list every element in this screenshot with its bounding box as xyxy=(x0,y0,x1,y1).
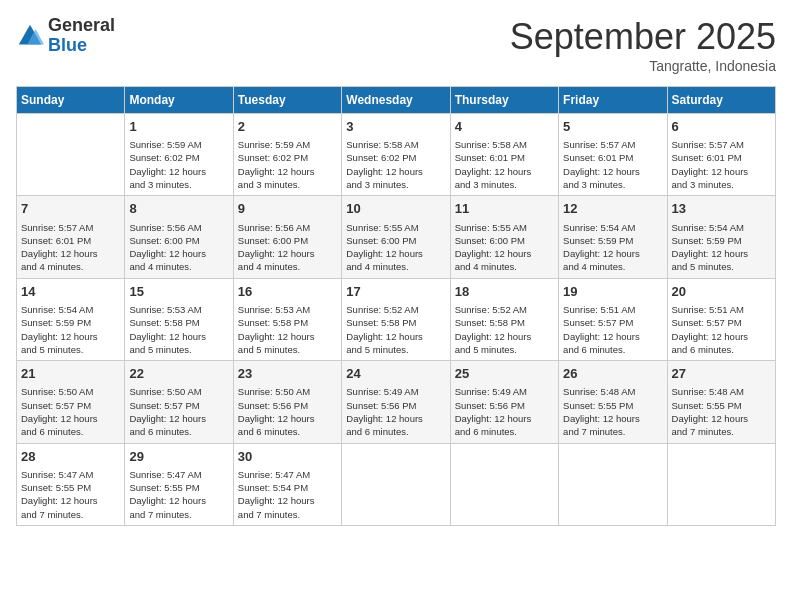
day-info: Sunrise: 5:48 AM Sunset: 5:55 PM Dayligh… xyxy=(672,385,771,438)
day-number: 21 xyxy=(21,365,120,383)
day-info: Sunrise: 5:50 AM Sunset: 5:57 PM Dayligh… xyxy=(129,385,228,438)
day-number: 18 xyxy=(455,283,554,301)
calendar-cell: 14Sunrise: 5:54 AM Sunset: 5:59 PM Dayli… xyxy=(17,278,125,360)
day-header-thursday: Thursday xyxy=(450,87,558,114)
day-number: 26 xyxy=(563,365,662,383)
calendar-cell: 30Sunrise: 5:47 AM Sunset: 5:54 PM Dayli… xyxy=(233,443,341,525)
day-info: Sunrise: 5:59 AM Sunset: 6:02 PM Dayligh… xyxy=(129,138,228,191)
calendar-cell: 21Sunrise: 5:50 AM Sunset: 5:57 PM Dayli… xyxy=(17,361,125,443)
day-header-wednesday: Wednesday xyxy=(342,87,450,114)
day-info: Sunrise: 5:52 AM Sunset: 5:58 PM Dayligh… xyxy=(455,303,554,356)
day-number: 1 xyxy=(129,118,228,136)
calendar-cell: 29Sunrise: 5:47 AM Sunset: 5:55 PM Dayli… xyxy=(125,443,233,525)
day-info: Sunrise: 5:51 AM Sunset: 5:57 PM Dayligh… xyxy=(672,303,771,356)
logo-general-text: General xyxy=(48,16,115,36)
day-info: Sunrise: 5:47 AM Sunset: 5:54 PM Dayligh… xyxy=(238,468,337,521)
day-info: Sunrise: 5:58 AM Sunset: 6:01 PM Dayligh… xyxy=(455,138,554,191)
calendar-week-row: 14Sunrise: 5:54 AM Sunset: 5:59 PM Dayli… xyxy=(17,278,776,360)
calendar-week-row: 7Sunrise: 5:57 AM Sunset: 6:01 PM Daylig… xyxy=(17,196,776,278)
calendar-cell: 19Sunrise: 5:51 AM Sunset: 5:57 PM Dayli… xyxy=(559,278,667,360)
logo-blue-text: Blue xyxy=(48,36,115,56)
day-number: 2 xyxy=(238,118,337,136)
day-number: 12 xyxy=(563,200,662,218)
location-subtitle: Tangratte, Indonesia xyxy=(510,58,776,74)
day-info: Sunrise: 5:54 AM Sunset: 5:59 PM Dayligh… xyxy=(21,303,120,356)
day-info: Sunrise: 5:59 AM Sunset: 6:02 PM Dayligh… xyxy=(238,138,337,191)
logo-text: General Blue xyxy=(48,16,115,56)
day-number: 22 xyxy=(129,365,228,383)
day-info: Sunrise: 5:51 AM Sunset: 5:57 PM Dayligh… xyxy=(563,303,662,356)
day-number: 28 xyxy=(21,448,120,466)
day-number: 10 xyxy=(346,200,445,218)
title-block: September 2025 Tangratte, Indonesia xyxy=(510,16,776,74)
day-info: Sunrise: 5:50 AM Sunset: 5:57 PM Dayligh… xyxy=(21,385,120,438)
day-number: 25 xyxy=(455,365,554,383)
day-info: Sunrise: 5:53 AM Sunset: 5:58 PM Dayligh… xyxy=(238,303,337,356)
day-number: 15 xyxy=(129,283,228,301)
day-number: 20 xyxy=(672,283,771,301)
day-header-saturday: Saturday xyxy=(667,87,775,114)
calendar-cell xyxy=(559,443,667,525)
calendar-cell: 26Sunrise: 5:48 AM Sunset: 5:55 PM Dayli… xyxy=(559,361,667,443)
calendar-week-row: 1Sunrise: 5:59 AM Sunset: 6:02 PM Daylig… xyxy=(17,114,776,196)
day-number: 16 xyxy=(238,283,337,301)
calendar-cell: 10Sunrise: 5:55 AM Sunset: 6:00 PM Dayli… xyxy=(342,196,450,278)
day-info: Sunrise: 5:47 AM Sunset: 5:55 PM Dayligh… xyxy=(21,468,120,521)
calendar-cell: 13Sunrise: 5:54 AM Sunset: 5:59 PM Dayli… xyxy=(667,196,775,278)
calendar-cell: 20Sunrise: 5:51 AM Sunset: 5:57 PM Dayli… xyxy=(667,278,775,360)
calendar-cell: 7Sunrise: 5:57 AM Sunset: 6:01 PM Daylig… xyxy=(17,196,125,278)
day-info: Sunrise: 5:50 AM Sunset: 5:56 PM Dayligh… xyxy=(238,385,337,438)
day-info: Sunrise: 5:49 AM Sunset: 5:56 PM Dayligh… xyxy=(346,385,445,438)
calendar-cell xyxy=(450,443,558,525)
day-number: 13 xyxy=(672,200,771,218)
day-info: Sunrise: 5:52 AM Sunset: 5:58 PM Dayligh… xyxy=(346,303,445,356)
day-number: 4 xyxy=(455,118,554,136)
calendar-cell: 8Sunrise: 5:56 AM Sunset: 6:00 PM Daylig… xyxy=(125,196,233,278)
day-number: 24 xyxy=(346,365,445,383)
day-number: 9 xyxy=(238,200,337,218)
calendar-cell: 4Sunrise: 5:58 AM Sunset: 6:01 PM Daylig… xyxy=(450,114,558,196)
day-number: 30 xyxy=(238,448,337,466)
day-info: Sunrise: 5:56 AM Sunset: 6:00 PM Dayligh… xyxy=(129,221,228,274)
day-info: Sunrise: 5:54 AM Sunset: 5:59 PM Dayligh… xyxy=(672,221,771,274)
day-info: Sunrise: 5:47 AM Sunset: 5:55 PM Dayligh… xyxy=(129,468,228,521)
calendar-cell xyxy=(342,443,450,525)
calendar-cell: 9Sunrise: 5:56 AM Sunset: 6:00 PM Daylig… xyxy=(233,196,341,278)
calendar-week-row: 21Sunrise: 5:50 AM Sunset: 5:57 PM Dayli… xyxy=(17,361,776,443)
day-info: Sunrise: 5:48 AM Sunset: 5:55 PM Dayligh… xyxy=(563,385,662,438)
day-header-monday: Monday xyxy=(125,87,233,114)
calendar-cell: 23Sunrise: 5:50 AM Sunset: 5:56 PM Dayli… xyxy=(233,361,341,443)
day-header-tuesday: Tuesday xyxy=(233,87,341,114)
day-number: 17 xyxy=(346,283,445,301)
calendar-cell: 1Sunrise: 5:59 AM Sunset: 6:02 PM Daylig… xyxy=(125,114,233,196)
day-info: Sunrise: 5:57 AM Sunset: 6:01 PM Dayligh… xyxy=(563,138,662,191)
day-info: Sunrise: 5:57 AM Sunset: 6:01 PM Dayligh… xyxy=(672,138,771,191)
day-info: Sunrise: 5:58 AM Sunset: 6:02 PM Dayligh… xyxy=(346,138,445,191)
day-info: Sunrise: 5:54 AM Sunset: 5:59 PM Dayligh… xyxy=(563,221,662,274)
page-header: General Blue September 2025 Tangratte, I… xyxy=(16,16,776,74)
day-number: 23 xyxy=(238,365,337,383)
calendar-cell: 18Sunrise: 5:52 AM Sunset: 5:58 PM Dayli… xyxy=(450,278,558,360)
day-number: 5 xyxy=(563,118,662,136)
logo: General Blue xyxy=(16,16,115,56)
calendar-cell: 17Sunrise: 5:52 AM Sunset: 5:58 PM Dayli… xyxy=(342,278,450,360)
day-header-friday: Friday xyxy=(559,87,667,114)
day-number: 19 xyxy=(563,283,662,301)
calendar-cell: 6Sunrise: 5:57 AM Sunset: 6:01 PM Daylig… xyxy=(667,114,775,196)
day-info: Sunrise: 5:55 AM Sunset: 6:00 PM Dayligh… xyxy=(346,221,445,274)
calendar-cell: 16Sunrise: 5:53 AM Sunset: 5:58 PM Dayli… xyxy=(233,278,341,360)
logo-icon xyxy=(16,22,44,50)
day-info: Sunrise: 5:53 AM Sunset: 5:58 PM Dayligh… xyxy=(129,303,228,356)
day-number: 27 xyxy=(672,365,771,383)
calendar-cell: 27Sunrise: 5:48 AM Sunset: 5:55 PM Dayli… xyxy=(667,361,775,443)
calendar-header-row: SundayMondayTuesdayWednesdayThursdayFrid… xyxy=(17,87,776,114)
day-number: 29 xyxy=(129,448,228,466)
day-number: 11 xyxy=(455,200,554,218)
day-number: 6 xyxy=(672,118,771,136)
day-info: Sunrise: 5:57 AM Sunset: 6:01 PM Dayligh… xyxy=(21,221,120,274)
day-header-sunday: Sunday xyxy=(17,87,125,114)
calendar-cell: 3Sunrise: 5:58 AM Sunset: 6:02 PM Daylig… xyxy=(342,114,450,196)
day-number: 14 xyxy=(21,283,120,301)
calendar-cell: 2Sunrise: 5:59 AM Sunset: 6:02 PM Daylig… xyxy=(233,114,341,196)
calendar-cell xyxy=(17,114,125,196)
